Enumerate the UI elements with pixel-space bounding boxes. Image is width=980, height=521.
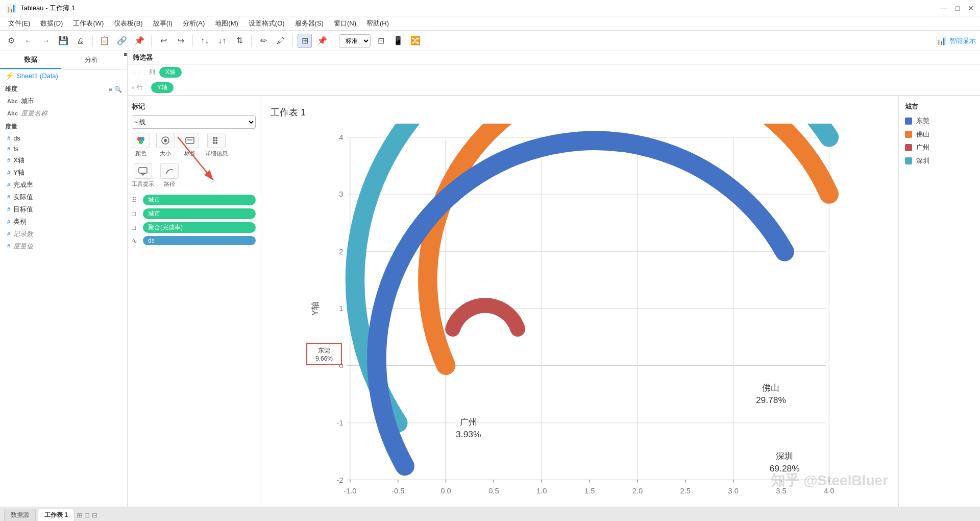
tb-new[interactable]: 📋 bbox=[97, 34, 112, 48]
field-duliang-val[interactable]: # 度量值 bbox=[0, 240, 127, 252]
tb-pin[interactable]: 📌 bbox=[315, 34, 329, 48]
wancheng-pill[interactable]: 聚合(完成率) bbox=[143, 222, 256, 233]
tab-analysis[interactable]: 分析 bbox=[61, 51, 121, 69]
marks-btn-size[interactable]: 大小 bbox=[156, 133, 175, 157]
menu-dashboard[interactable]: 仪表板(B) bbox=[110, 18, 146, 29]
menu-analysis[interactable]: 分析(A) bbox=[179, 18, 209, 29]
maximize-btn[interactable]: □ bbox=[955, 4, 960, 12]
legend-shenzhen: 深圳 bbox=[905, 156, 974, 165]
view-select[interactable]: 标准 bbox=[339, 34, 371, 48]
marks-btn-detail[interactable]: 详细信息 bbox=[205, 133, 228, 157]
menu-help[interactable]: 帮助(H) bbox=[362, 18, 393, 29]
minimize-btn[interactable]: — bbox=[940, 4, 947, 12]
label-icon[interactable] bbox=[181, 133, 199, 148]
left-tab-icon[interactable]: ≡ bbox=[124, 51, 127, 69]
tb-table[interactable]: ⊞ bbox=[298, 34, 312, 48]
marks-shelf-detail1: □ 城市 bbox=[132, 207, 256, 221]
legend-color-foshan bbox=[905, 131, 912, 138]
measure-icon-duliang-val: # bbox=[7, 243, 10, 249]
window-title: Tableau - 工作簿 1 bbox=[20, 4, 75, 13]
menu-story[interactable]: 故事(I) bbox=[149, 18, 177, 29]
tb-fit[interactable]: ⊡ bbox=[374, 34, 388, 48]
svg-text:4: 4 bbox=[339, 133, 343, 141]
menu-bar: 文件(E) 数据(D) 工作表(W) 仪表板(B) 故事(I) 分析(A) 地图… bbox=[0, 16, 980, 31]
svg-rect-13 bbox=[139, 168, 147, 173]
svg-text:2: 2 bbox=[339, 248, 343, 256]
tb-undo[interactable]: ↩ bbox=[156, 34, 170, 48]
tb-sort-desc[interactable]: ↓↑ bbox=[215, 34, 229, 48]
dimensions-header: 维度 ≡ 🔍 bbox=[0, 82, 127, 95]
tb-redo[interactable]: ↪ bbox=[174, 34, 188, 48]
close-btn[interactable]: ✕ bbox=[968, 4, 974, 12]
tb-back[interactable]: ← bbox=[21, 34, 36, 48]
svg-text:-1: -1 bbox=[336, 419, 343, 427]
field-wancheng[interactable]: # 完成率 bbox=[0, 179, 127, 191]
svg-text:-2: -2 bbox=[336, 476, 343, 484]
field-mubiao[interactable]: # 目标值 bbox=[0, 203, 127, 216]
menu-worksheet[interactable]: 工作表(W) bbox=[69, 18, 108, 29]
marks-btn-path[interactable]: 路径 bbox=[160, 163, 179, 188]
tb-settings[interactable]: ⚙ bbox=[4, 34, 18, 48]
tb-print[interactable]: 🖨 bbox=[74, 34, 88, 48]
tb-pen[interactable]: ✏ bbox=[256, 34, 271, 48]
ds-path-pill[interactable]: ds bbox=[143, 236, 256, 245]
canvas: 工作表 1 Y轴 bbox=[260, 96, 898, 507]
menu-data[interactable]: 数据(D) bbox=[36, 18, 67, 29]
menu-map[interactable]: 地图(M) bbox=[211, 18, 242, 29]
tb-save[interactable]: 💾 bbox=[56, 34, 70, 48]
legend-color-guangzhou bbox=[905, 144, 912, 151]
main-layout: 数据 分析 ≡ ⚡ Sheet1 (Data) 维度 ≡ 🔍 Abc 城市 Ab… bbox=[0, 51, 980, 507]
field-fs[interactable]: # fs bbox=[0, 144, 127, 154]
col-pill[interactable]: X轴 bbox=[159, 67, 182, 78]
menu-file[interactable]: 文件(E) bbox=[4, 18, 34, 29]
tb-share[interactable]: 🔀 bbox=[408, 34, 423, 48]
measure-icon-fs: # bbox=[7, 146, 10, 152]
measure-icon-ds: # bbox=[7, 135, 10, 141]
field-shiji[interactable]: # 实际值 bbox=[0, 191, 127, 203]
menu-server[interactable]: 服务器(S) bbox=[291, 18, 328, 29]
color-icon[interactable] bbox=[132, 133, 150, 148]
field-xzhou[interactable]: # X轴 bbox=[0, 154, 127, 167]
row-label: ≡ 行 bbox=[132, 83, 147, 92]
row-pill[interactable]: Y轴 bbox=[151, 82, 174, 93]
smart-display[interactable]: 📊 智能显示 bbox=[936, 36, 976, 45]
measure-icon-records: # bbox=[7, 231, 10, 237]
data-source-item[interactable]: ⚡ Sheet1 (Data) bbox=[0, 69, 127, 82]
field-yzhou[interactable]: # Y轴 bbox=[0, 167, 127, 179]
detail-icon[interactable] bbox=[207, 133, 226, 148]
sheet-icon2[interactable]: ⊡ bbox=[84, 511, 90, 519]
tb-connect[interactable]: 🔗 bbox=[115, 34, 129, 48]
field-duliang-name[interactable]: Abc 度量名称 bbox=[0, 107, 127, 120]
tb-device[interactable]: 📱 bbox=[391, 34, 405, 48]
dimensions-tools[interactable]: ≡ 🔍 bbox=[109, 86, 122, 93]
tb-paste[interactable]: 📌 bbox=[132, 34, 146, 48]
tb-sort[interactable]: ⇅ bbox=[232, 34, 247, 48]
city-detail-pill[interactable]: 城市 bbox=[143, 208, 256, 219]
marks-btn-tooltip[interactable]: 工具提示 bbox=[132, 163, 154, 188]
tb-forward[interactable]: → bbox=[39, 34, 53, 48]
marks-type-select[interactable]: ~ 线 bbox=[132, 115, 256, 129]
menu-window[interactable]: 窗口(N) bbox=[330, 18, 360, 29]
tb-highlight[interactable]: 🖊 bbox=[274, 34, 288, 48]
marks-btn-label[interactable]: 标签 bbox=[181, 133, 199, 157]
add-sheet-icon[interactable]: ⊞ bbox=[77, 511, 82, 519]
tab-data[interactable]: 数据 bbox=[0, 51, 61, 69]
svg-text:2.0: 2.0 bbox=[632, 487, 643, 493]
marks-buttons: 颜色 大小 bbox=[132, 133, 256, 188]
path-icon[interactable] bbox=[160, 163, 179, 179]
field-records[interactable]: # 记录数 bbox=[0, 228, 127, 240]
tooltip-icon[interactable] bbox=[134, 163, 152, 179]
field-leibie[interactable]: # 类别 bbox=[0, 216, 127, 228]
field-chengshi[interactable]: Abc 城市 bbox=[0, 95, 127, 107]
field-ds[interactable]: # ds bbox=[0, 133, 127, 144]
tb-sort-asc[interactable]: ↑↓ bbox=[198, 34, 212, 48]
window-controls[interactable]: — □ ✕ bbox=[940, 4, 974, 12]
menu-format[interactable]: 设置格式(O) bbox=[244, 18, 289, 29]
tab-worksheet1[interactable]: 工作表 1 bbox=[38, 509, 75, 521]
svg-text:0.0: 0.0 bbox=[440, 487, 451, 493]
sheet-icon3[interactable]: ⊟ bbox=[92, 511, 97, 519]
size-icon[interactable] bbox=[156, 133, 175, 148]
marks-btn-color[interactable]: 颜色 bbox=[132, 133, 150, 157]
city-color-pill[interactable]: 城市 bbox=[143, 195, 256, 205]
tab-datasource[interactable]: 数据源 bbox=[4, 509, 36, 521]
